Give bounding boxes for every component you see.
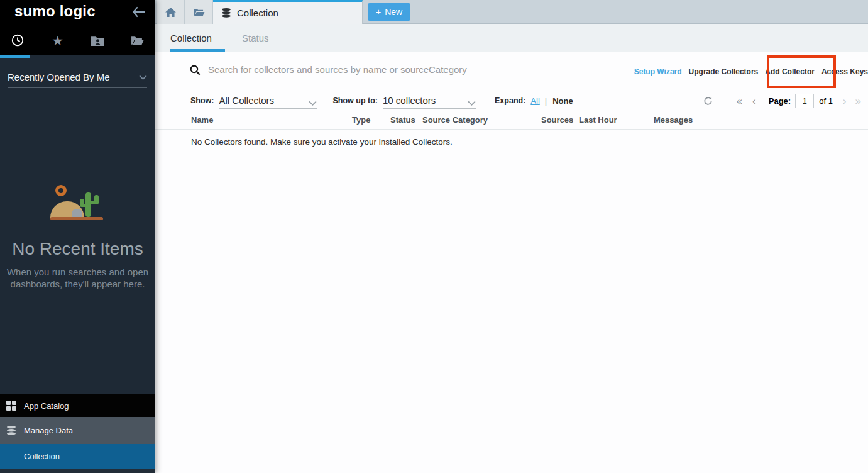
page-label: Page: <box>769 96 791 106</box>
search-bar: Setup Wizard Upgrade Collectors Add Coll… <box>155 52 868 87</box>
chevron-down-icon <box>468 101 476 106</box>
empty-table-message: No Collectors found. Make sure you activ… <box>191 137 453 147</box>
home-button[interactable] <box>157 0 185 24</box>
logo-bar: sumo logic <box>0 0 155 25</box>
recent-filter-label: Recently Opened By Me <box>8 72 110 82</box>
separator: | <box>545 96 547 106</box>
stone-shape <box>72 209 82 217</box>
library-folder-icon[interactable] <box>128 31 147 50</box>
pagination-bar: « ‹ Page: of 1 › » <box>703 88 861 113</box>
ground-line <box>50 217 103 220</box>
tab-label: Collection <box>237 8 278 18</box>
page-tab-bar: Collection Status <box>155 24 868 52</box>
sidebar-bottom-strip <box>0 469 155 473</box>
column-last-hour: Last Hour <box>579 115 654 129</box>
column-status: Status <box>390 115 422 129</box>
tab-collection-document[interactable]: Collection <box>213 0 363 24</box>
recents-clock-icon[interactable] <box>8 31 27 50</box>
expand-all-link[interactable]: All <box>530 96 539 106</box>
collapse-sidebar-icon[interactable] <box>131 5 146 19</box>
next-page-button[interactable]: › <box>843 96 847 106</box>
empty-state-title: No Recent Items <box>0 239 155 259</box>
desert-illustration <box>50 181 111 224</box>
column-messages: Messages <box>654 115 868 129</box>
page-number-input[interactable] <box>795 94 814 108</box>
sidebar-active-tab-indicator <box>0 55 30 58</box>
sidebar-item-collection[interactable]: Collection <box>0 444 155 469</box>
expand-label: Expand: <box>495 96 525 105</box>
first-page-button[interactable]: « <box>737 96 742 106</box>
upgrade-collectors-link[interactable]: Upgrade Collectors <box>689 67 759 76</box>
sidebar-item-manage-data[interactable]: Manage Data <box>0 417 155 444</box>
favorites-star-icon[interactable]: ★ <box>48 31 67 50</box>
document-tab-strip: Collection + New <box>155 0 868 24</box>
folder-icon <box>193 8 205 17</box>
recent-filter-dropdown[interactable]: Recently Opened By Me <box>8 67 147 88</box>
empty-state-description: When you run searches and open dashboard… <box>0 266 155 290</box>
search-input[interactable] <box>208 60 598 79</box>
cactus-icon <box>85 192 91 217</box>
action-links: Setup Wizard Upgrade Collectors Add Coll… <box>634 67 868 76</box>
last-page-button[interactable]: » <box>855 96 861 106</box>
tab-status[interactable]: Status <box>242 24 269 52</box>
sidebar-tab-bar: ★ <box>0 25 155 55</box>
database-icon <box>221 8 231 18</box>
chevron-down-icon <box>309 101 317 106</box>
personal-folder-icon[interactable] <box>88 31 107 50</box>
sidebar: sumo logic ★ Recently Opened By Me <box>0 0 155 473</box>
show-label: Show: <box>190 96 214 105</box>
prev-page-button[interactable]: ‹ <box>752 96 756 106</box>
database-icon <box>6 425 16 436</box>
show-up-to-label: Show up to: <box>333 96 378 105</box>
browse-button[interactable] <box>185 0 213 24</box>
collection-page: Setup Wizard Upgrade Collectors Add Coll… <box>155 52 868 473</box>
column-sources: Sources <box>541 115 579 129</box>
sun-icon <box>55 185 67 196</box>
app-logo: sumo logic <box>14 3 96 20</box>
add-collector-link[interactable]: Add Collector <box>765 67 815 76</box>
grid-icon <box>6 401 16 411</box>
show-up-to-dropdown[interactable]: 10 collectors <box>383 92 476 109</box>
setup-wizard-link[interactable]: Setup Wizard <box>634 67 682 76</box>
column-source-category: Source Category <box>422 115 541 129</box>
new-button[interactable]: + New <box>368 3 410 21</box>
sidebar-bottom-menu: App Catalog Manage Data Collection <box>0 394 155 469</box>
access-keys-link[interactable]: Access Keys <box>821 67 868 76</box>
chevron-down-icon <box>139 75 147 80</box>
page-count: of 1 <box>819 96 833 106</box>
column-name: Name <box>191 115 352 129</box>
refresh-icon[interactable] <box>703 96 713 106</box>
show-dropdown[interactable]: All Collectors <box>219 92 317 109</box>
plus-icon: + <box>376 7 381 17</box>
expand-none-link[interactable]: None <box>552 96 573 106</box>
app-window: sumo logic ★ Recently Opened By Me <box>0 0 868 473</box>
column-type: Type <box>352 115 390 129</box>
collectors-table-header: Name Type Status Source Category Sources… <box>155 115 868 130</box>
tab-collection[interactable]: Collection <box>170 24 212 52</box>
sidebar-item-app-catalog[interactable]: App Catalog <box>0 394 155 417</box>
search-icon <box>190 65 201 78</box>
home-icon <box>165 8 176 17</box>
